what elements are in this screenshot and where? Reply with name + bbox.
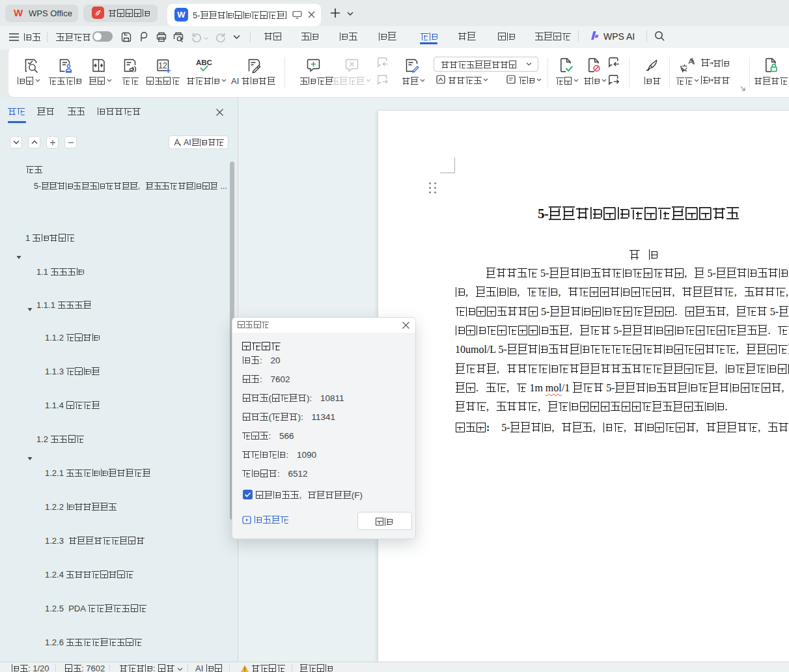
svg-text:12: 12 — [158, 61, 167, 70]
svg-text:ABC: ABC — [196, 59, 212, 66]
